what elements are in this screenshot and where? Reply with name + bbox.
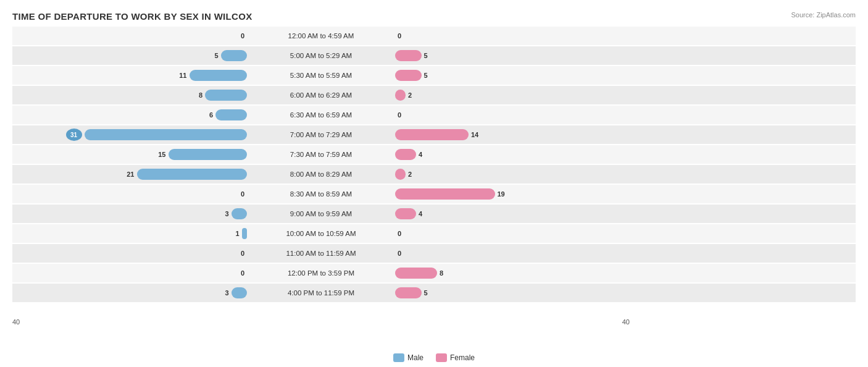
left-bar-area: 31	[12, 125, 247, 144]
right-value: 5	[424, 52, 439, 59]
left-bar-area: 3	[12, 205, 247, 223]
right-bar-area: 0	[395, 27, 630, 45]
right-bar	[395, 90, 406, 101]
source-label: Source: ZipAtlas.com	[791, 11, 856, 19]
chart-row: 3 4:00 PM to 11:59 PM 5	[12, 284, 856, 302]
right-bar-area: 5	[395, 46, 630, 65]
left-bar-area: 15	[12, 145, 247, 164]
left-value: 1	[225, 230, 240, 237]
left-bar-area: 8	[12, 86, 247, 104]
right-bar-area: 4	[395, 205, 630, 223]
left-bar	[205, 90, 247, 101]
left-bar	[232, 287, 248, 298]
right-bar-area: 0	[395, 106, 630, 124]
left-value: 21	[120, 171, 135, 178]
legend-female: Female	[436, 353, 475, 362]
row-label: 8:00 AM to 8:29 AM	[247, 171, 395, 178]
left-value: 0	[230, 32, 244, 40]
left-bar	[137, 169, 248, 180]
row-label: 6:00 AM to 6:29 AM	[247, 91, 395, 99]
left-value: 0	[230, 250, 244, 257]
right-bar	[395, 188, 495, 200]
legend: Male Female	[393, 353, 475, 362]
left-value: 3	[214, 289, 229, 297]
chart-row: 15 7:30 AM to 7:59 AM 4	[12, 145, 856, 164]
right-value: 0	[398, 250, 412, 257]
right-value: 14	[471, 131, 486, 138]
right-bar	[395, 287, 422, 298]
left-bar-area: 0	[12, 244, 247, 263]
male-swatch	[393, 353, 404, 362]
left-value: 0	[230, 190, 244, 198]
right-value: 8	[440, 269, 454, 277]
left-bar	[190, 70, 248, 81]
chart-row: 0 12:00 PM to 3:59 PM 8	[12, 264, 856, 282]
right-bar-area: 0	[395, 244, 630, 263]
chart-row: 21 8:00 AM to 8:29 AM 2	[12, 165, 856, 184]
right-bar-area: 19	[395, 185, 630, 203]
chart-row: 5 5:00 AM to 5:29 AM 5	[12, 46, 856, 65]
right-bar	[395, 70, 422, 81]
axis-left-label: 40	[12, 318, 20, 326]
female-swatch	[436, 353, 447, 362]
legend-male-label: Male	[407, 353, 424, 362]
left-bar-area: 1	[12, 224, 247, 243]
right-value: 0	[398, 111, 412, 119]
right-bar-area: 5	[395, 66, 630, 85]
right-value: 0	[398, 230, 412, 237]
chart-row: 0 11:00 AM to 11:59 AM 0	[12, 244, 856, 263]
right-bar-area: 14	[395, 125, 630, 144]
circle-badge: 31	[66, 129, 82, 141]
axis-right-label: 40	[622, 318, 630, 326]
row-label: 5:00 AM to 5:29 AM	[247, 52, 395, 59]
right-bar	[395, 169, 406, 180]
right-value: 2	[408, 91, 423, 99]
chart-row: 0 8:30 AM to 8:59 AM 19	[12, 185, 856, 203]
left-bar	[232, 208, 248, 219]
row-label: 10:00 AM to 10:59 AM	[247, 230, 395, 237]
left-bar-area: 0	[12, 264, 247, 282]
row-label: 7:30 AM to 7:59 AM	[247, 151, 395, 158]
right-value: 2	[408, 171, 423, 178]
left-bar-area: 0	[12, 185, 247, 203]
row-label: 12:00 AM to 4:59 AM	[247, 32, 395, 40]
left-value: 8	[188, 91, 202, 99]
right-bar-area: 0	[395, 224, 630, 243]
left-bar-area: 0	[12, 27, 247, 45]
left-bar-area: 21	[12, 165, 247, 184]
row-label: 5:30 AM to 5:59 AM	[247, 72, 395, 79]
chart-area: 0 12:00 AM to 4:59 AM 0 5 5:00 AM to 5:2…	[12, 27, 856, 314]
left-value: 11	[172, 72, 187, 79]
row-label: 11:00 AM to 11:59 AM	[247, 250, 395, 257]
left-value: 15	[151, 151, 166, 158]
right-bar-area: 2	[395, 86, 630, 104]
right-bar	[395, 268, 437, 279]
right-value: 4	[419, 151, 433, 158]
left-bar-area: 11	[12, 66, 247, 85]
row-label: 6:30 AM to 6:59 AM	[247, 111, 395, 119]
left-bar	[215, 109, 247, 120]
left-bar	[85, 129, 248, 140]
right-bar-area: 4	[395, 145, 630, 164]
chart-row: 3 9:00 AM to 9:59 AM 4	[12, 205, 856, 223]
left-value: 0	[230, 269, 244, 277]
left-bar-area: 5	[12, 46, 247, 65]
right-bar	[395, 208, 416, 219]
chart-row: 0 12:00 AM to 4:59 AM 0	[12, 27, 856, 45]
chart-title: TIME OF DEPARTURE TO WORK BY SEX IN WILC…	[12, 11, 856, 22]
chart-row: 6 6:30 AM to 6:59 AM 0	[12, 106, 856, 124]
right-bar-area: 5	[395, 284, 630, 302]
left-value: 5	[204, 52, 219, 59]
left-bar-area: 3	[12, 284, 247, 302]
row-label: 8:30 AM to 8:59 AM	[247, 190, 395, 198]
row-label: 4:00 PM to 11:59 PM	[247, 289, 395, 297]
legend-male: Male	[393, 353, 424, 362]
left-bar	[169, 149, 248, 160]
right-bar	[395, 50, 422, 61]
left-bar	[242, 228, 248, 239]
legend-female-label: Female	[450, 353, 475, 362]
right-bar	[395, 149, 416, 160]
left-value: 3	[214, 210, 229, 217]
right-value: 0	[398, 32, 412, 40]
chart-row: 11 5:30 AM to 5:59 AM 5	[12, 66, 856, 85]
